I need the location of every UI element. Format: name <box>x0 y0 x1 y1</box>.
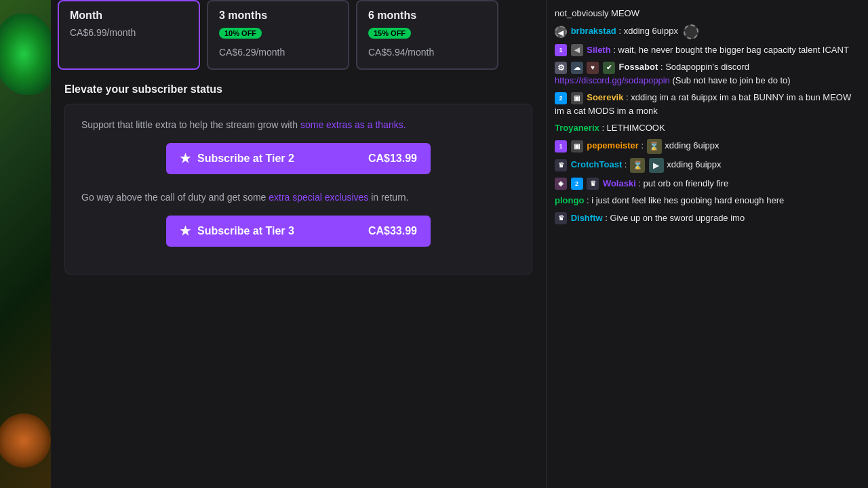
heart-badge: ♥ <box>587 62 599 74</box>
tier2-btn-price: CA$13.99 <box>368 152 417 165</box>
back-badge: ◀ <box>555 26 567 38</box>
discount-badge-3months: 10% OFF <box>219 28 262 39</box>
chat-text: : i just dont feel like hes goobing hard… <box>587 195 784 205</box>
duration-card-3months-title: 3 months <box>219 9 337 22</box>
chat-message: ◀ brbrakstad : xdding 6uippx <box>555 24 860 39</box>
sub-badge: 1 <box>555 44 567 56</box>
sub-badge2: 2 <box>555 92 567 104</box>
tier3-desc-highlight: extra special exclusives <box>269 192 368 203</box>
check-badge: ✔ <box>603 62 615 74</box>
sub-emote: ▣ <box>571 140 583 152</box>
crown-badge2: ♛ <box>587 178 599 190</box>
chat-text: : Sodapoppin's discord <box>660 62 749 72</box>
chat-message: 1 ▣ pepemeister : ⌛ xdding 6uippx <box>555 139 860 154</box>
subscribe-tier2-button[interactable]: ★ Subscribe at Tier 2 CA$13.99 <box>166 143 431 174</box>
tier3-desc-plain: Go way above the call of duty and get so… <box>81 192 269 203</box>
chat-text: not_obviously MEOW <box>555 8 639 18</box>
chat-username-brbrakstad[interactable]: brbrakstad <box>571 26 616 36</box>
chat-text: : <box>625 159 629 169</box>
chat-text: : put orb on friendly fire <box>638 178 728 188</box>
duration-card-6months[interactable]: 6 months 15% OFF CA$5.94/month <box>356 0 498 70</box>
elevate-title: Elevate your subscriber status <box>64 83 532 96</box>
chat-text: : LETHIMCOOK <box>601 123 665 133</box>
gear-badge: ⚙ <box>555 62 567 74</box>
tier3-desc-plain2: in return. <box>368 192 408 203</box>
chat-username-sileth[interactable]: Sileth <box>587 45 610 55</box>
chat-username-dishftw[interactable]: Dishftw <box>571 213 603 223</box>
chat-message: Troyanerix : LETHIMCOOK <box>555 121 860 135</box>
chat-username-fossabot[interactable]: Fossabot <box>619 62 658 72</box>
chat-username-plongo[interactable]: plongo <box>555 195 584 205</box>
duration-card-6months-title: 6 months <box>368 9 486 22</box>
discord-link[interactable]: https://discord.gg/sodapoppin <box>555 75 670 85</box>
back-badge2: ◀ <box>571 44 583 56</box>
duration-card-3months-price: CA$6.29/month <box>219 47 337 58</box>
subscribe-tier3-button[interactable]: ★ Subscribe at Tier 3 CA$33.99 <box>166 216 431 247</box>
chat-username-troyanerix[interactable]: Troyanerix <box>555 123 599 133</box>
duration-card-3months[interactable]: 3 months 10% OFF CA$6.29/month <box>207 0 349 70</box>
tier3-btn-left: ★ Subscribe at Tier 3 <box>180 224 294 239</box>
duration-card-month-title: Month <box>70 9 188 22</box>
chat-text-after: xdding 6uippx <box>667 159 721 169</box>
sub-badge3: ▣ <box>571 92 583 104</box>
cloud-badge: ☁ <box>571 62 583 74</box>
chat-message: plongo : i just dont feel like hes goobi… <box>555 194 860 207</box>
tier2-btn-label: Subscribe at Tier 2 <box>197 152 294 165</box>
chat-text: : wait, he never bought the bigger bag c… <box>613 45 849 55</box>
tier-options-box: Support that little extra to help the st… <box>64 104 532 274</box>
crown-badge3: ♛ <box>555 212 567 224</box>
compass-badge: ◈ <box>555 178 567 190</box>
tier2-desc-plain: Support that little extra to help the st… <box>81 119 300 130</box>
chat-text-after: (Sub not have to join be do to) <box>672 75 790 85</box>
tier2-section: Support that little extra to help the st… <box>81 118 515 174</box>
chat-message: ♛ Dishftw : Give up on the sword upgrade… <box>555 211 860 225</box>
tier3-btn-price: CA$33.99 <box>368 225 417 237</box>
discount-badge-6months: 15% OFF <box>368 28 411 39</box>
tier2-star-icon: ★ <box>180 151 191 166</box>
subscription-panel: Month CA$6.99/month 3 months 10% OFF CA$… <box>51 0 546 488</box>
chat-username-soerevik[interactable]: Soerevik <box>587 92 623 102</box>
duration-card-6months-price: CA$5.94/month <box>368 47 486 58</box>
tier2-btn-left: ★ Subscribe at Tier 2 <box>180 151 294 166</box>
duration-card-month[interactable]: Month CA$6.99/month <box>58 0 200 70</box>
chat-username-pepemeister[interactable]: pepemeister <box>587 140 639 150</box>
chat-message: ⚙ ☁ ♥ ✔ Fossabot : Sodapoppin's discord … <box>555 60 860 87</box>
chat-text: : <box>641 140 646 150</box>
chat-username-wolaski[interactable]: Wolaski <box>603 178 636 188</box>
chat-text-after: xdding 6uippx <box>665 140 719 150</box>
chat-username-crotchtoast[interactable]: CrotchToast <box>571 159 623 169</box>
chat-message: 2 ▣ Soerevik : xdding im a rat 6uippx im… <box>555 91 860 117</box>
duration-cards-container: Month CA$6.99/month 3 months 10% OFF CA$… <box>51 0 546 77</box>
tier3-description: Go way above the call of duty and get so… <box>81 190 515 205</box>
chat-message: ◈ 2 ♛ Wolaski : put orb on friendly fire <box>555 177 860 190</box>
chat-text: : Give up on the sword upgrade imo <box>605 213 745 223</box>
chat-message: 1 ◀ Sileth : wait, he never bought the b… <box>555 43 860 57</box>
tier3-section: Go way above the call of duty and get so… <box>81 190 515 247</box>
chat-panel: not_obviously MEOW ◀ brbrakstad : xdding… <box>546 0 868 488</box>
duration-card-month-price: CA$6.99/month <box>70 27 188 38</box>
sub-badge4: 1 <box>555 140 567 152</box>
sub-badge5: 2 <box>571 178 583 190</box>
tier3-star-icon: ★ <box>180 224 191 239</box>
tier2-desc-highlight: some extras as a thanks. <box>300 119 406 130</box>
chat-message: ♛ CrotchToast : ⌛ ▶ xdding 6uippx <box>555 158 860 173</box>
chat-message: not_obviously MEOW <box>555 7 860 20</box>
crown-badge: ♛ <box>555 159 567 171</box>
hourglass-emote: ⌛ <box>647 139 662 154</box>
tier3-btn-label: Subscribe at Tier 3 <box>197 225 294 237</box>
hourglass-emote2: ⌛ <box>630 158 645 173</box>
chat-messages-list: not_obviously MEOW ◀ brbrakstad : xdding… <box>547 0 868 488</box>
chat-text: : xdding 6uippx <box>618 26 677 36</box>
elevate-section: Elevate your subscriber status Support t… <box>51 77 546 274</box>
green-character <box>0 14 51 95</box>
special-badge <box>684 24 698 39</box>
left-panel <box>0 0 51 488</box>
arrow-emote: ▶ <box>649 158 664 173</box>
tier2-description: Support that little extra to help the st… <box>81 118 515 132</box>
